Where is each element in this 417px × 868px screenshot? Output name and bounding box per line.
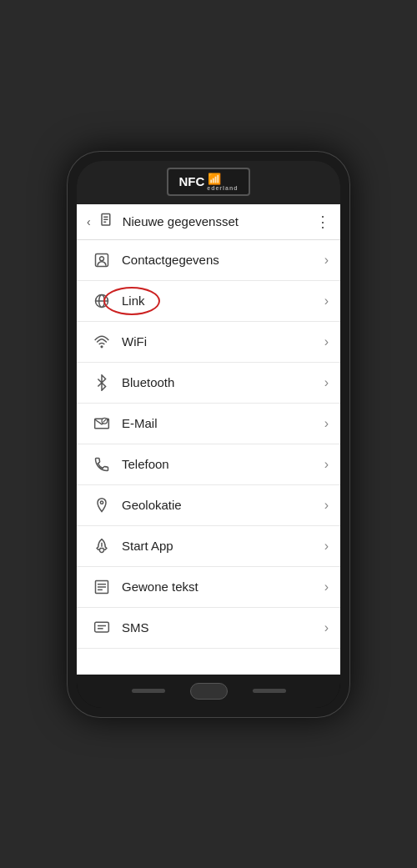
svg-point-13 <box>100 501 103 504</box>
contactgegevens-label: Contactgegevens <box>122 253 324 267</box>
menu-item-wifi[interactable]: WiFi › <box>77 322 340 363</box>
menu-item-link[interactable]: Link › <box>77 281 340 322</box>
svg-point-9 <box>101 346 103 348</box>
svg-rect-19 <box>95 622 109 632</box>
menu-item-geolokatie[interactable]: Geolokatie › <box>77 485 340 526</box>
menu-item-telefoon[interactable]: Telefoon › <box>77 444 340 485</box>
nfc-logo-text: NFC <box>178 174 204 188</box>
email-label: E-Mail <box>122 416 324 430</box>
arrow-icon-gewonetekst: › <box>324 580 329 595</box>
wifi-label: WiFi <box>122 334 324 349</box>
gewonetekst-label: Gewone tekst <box>122 580 324 594</box>
rocket-icon <box>88 538 115 554</box>
phone-icon <box>88 456 115 473</box>
menu-item-email[interactable]: E-Mail › <box>77 404 340 444</box>
sms-icon <box>88 620 115 636</box>
arrow-icon-link: › <box>324 294 329 309</box>
contact-icon <box>88 252 115 268</box>
arrow-icon-email: › <box>324 416 329 431</box>
arrow-icon-geolokatie: › <box>324 498 329 513</box>
bluetooth-icon <box>88 374 115 391</box>
sms-label: SMS <box>122 620 324 635</box>
more-options-button[interactable]: ⋮ <box>315 213 330 231</box>
geo-icon <box>88 497 115 514</box>
arrow-icon-wifi: › <box>324 334 329 349</box>
menu-item-sms[interactable]: SMS › <box>77 608 340 649</box>
nfc-header: NFC 📶 ederland <box>77 161 340 204</box>
text-icon <box>88 579 115 595</box>
app-screen: ‹ Nieuwe gegevensset ⋮ <box>77 204 340 675</box>
email-icon <box>88 415 115 432</box>
menu-item-bluetooth[interactable]: Bluetooth › <box>77 363 340 404</box>
page-title: Nieuwe gegevensset <box>123 214 307 228</box>
nav-btn-back[interactable] <box>132 689 165 693</box>
doc-icon <box>99 213 114 231</box>
phone-bottom-bar <box>77 675 340 708</box>
arrow-icon-telefoon: › <box>324 457 329 472</box>
svg-point-5 <box>100 256 104 260</box>
phone-screen: NFC 📶 ederland ‹ Nie <box>77 161 340 708</box>
nfc-logo: NFC 📶 ederland <box>167 168 249 196</box>
link-label: Link <box>122 294 324 308</box>
nav-btn-recent[interactable] <box>253 689 286 693</box>
startapp-label: Start App <box>122 539 324 553</box>
phone-device: NFC 📶 ederland ‹ Nie <box>67 151 350 718</box>
arrow-icon-startapp: › <box>324 539 329 554</box>
arrow-icon-bluetooth: › <box>324 375 329 390</box>
wifi-icon <box>88 334 115 350</box>
arrow-icon-contactgegevens: › <box>324 253 329 268</box>
bluetooth-label: Bluetooth <box>122 375 324 389</box>
globe-icon <box>88 293 115 309</box>
menu-item-gewonetekst[interactable]: Gewone tekst › <box>77 567 340 608</box>
menu-item-startapp[interactable]: Start App › <box>77 526 340 567</box>
app-header: ‹ Nieuwe gegevensset ⋮ <box>77 204 340 240</box>
menu-list: Contactgegevens › Link › <box>77 240 340 675</box>
nfc-nederland-text: ederland <box>207 185 238 191</box>
menu-item-contactgegevens[interactable]: Contactgegevens › <box>77 240 340 281</box>
arrow-icon-sms: › <box>324 620 329 635</box>
geolokatie-label: Geolokatie <box>122 498 324 512</box>
nav-btn-home[interactable] <box>190 683 228 700</box>
nfc-wifi-icon: 📶 <box>208 173 221 185</box>
back-button[interactable]: ‹ <box>87 215 91 228</box>
telefoon-label: Telefoon <box>122 457 324 471</box>
